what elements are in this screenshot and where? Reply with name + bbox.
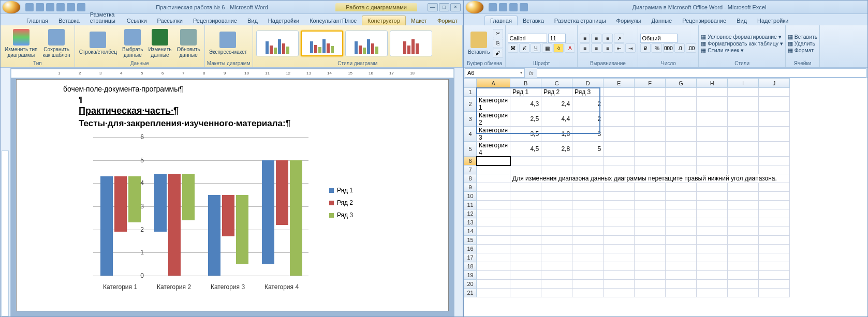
cell[interactable] [541, 209, 572, 218]
cell[interactable] [666, 289, 697, 297]
select-data-button[interactable]: Выбрать данные [120, 28, 145, 59]
cell[interactable] [697, 97, 728, 112]
cell[interactable] [697, 142, 728, 157]
cell[interactable] [477, 289, 510, 297]
cell[interactable] [759, 112, 790, 127]
cell[interactable] [510, 236, 541, 245]
cell[interactable] [477, 280, 510, 289]
font-size-combo[interactable]: 11 [548, 34, 566, 43]
qat-new-icon[interactable] [56, 3, 65, 11]
tab-insert[interactable]: Вставка [53, 16, 85, 25]
cell[interactable] [759, 209, 790, 218]
cell[interactable] [604, 97, 635, 112]
cell[interactable]: Ряд 1 [510, 88, 541, 97]
cell[interactable] [477, 201, 510, 209]
row-header[interactable]: 15 [464, 236, 477, 245]
tab-addins[interactable]: Надстройки [752, 16, 793, 25]
cell[interactable] [541, 245, 572, 253]
cell[interactable] [604, 218, 635, 227]
cell[interactable] [477, 271, 510, 280]
currency-icon[interactable]: ₽ [640, 43, 651, 53]
vertical-scrollbar[interactable] [454, 68, 463, 316]
row-header[interactable]: 9 [464, 183, 477, 192]
cell[interactable] [728, 142, 759, 157]
cell[interactable] [697, 253, 728, 262]
cell[interactable] [510, 262, 541, 271]
cell[interactable] [572, 289, 604, 297]
tab-design[interactable]: Конструктор [362, 16, 406, 25]
tab-insert[interactable]: Вставка [518, 16, 549, 25]
cell[interactable] [604, 88, 635, 97]
row-header[interactable]: 18 [464, 262, 477, 271]
cell[interactable]: Ряд 3 [572, 88, 604, 97]
cell[interactable] [604, 192, 635, 201]
cell[interactable]: 5 [572, 142, 604, 157]
cell[interactable] [477, 253, 510, 262]
cell[interactable] [728, 289, 759, 297]
cell[interactable] [666, 245, 697, 253]
cell[interactable] [666, 165, 697, 174]
align-right-icon[interactable]: ≡ [602, 43, 613, 53]
qat-redo-icon[interactable] [509, 3, 518, 11]
cell[interactable] [510, 183, 541, 192]
cell[interactable]: 2 [572, 97, 604, 112]
cell[interactable] [666, 201, 697, 209]
cell[interactable]: 1,8 [541, 127, 572, 142]
cell[interactable] [728, 192, 759, 201]
col-header[interactable]: E [604, 79, 635, 88]
tab-consultant[interactable]: КонсультантПлюс [304, 16, 362, 25]
row-header[interactable]: 6 [464, 157, 477, 165]
row-header[interactable]: 12 [464, 209, 477, 218]
row-header[interactable]: 10 [464, 192, 477, 201]
cell[interactable] [604, 253, 635, 262]
cell[interactable] [728, 97, 759, 112]
bold-button[interactable]: Ж [508, 43, 518, 53]
chart-style-1[interactable] [256, 31, 299, 56]
cell[interactable] [477, 174, 510, 183]
cell[interactable] [604, 271, 635, 280]
cell[interactable] [697, 271, 728, 280]
tab-chart-layout[interactable]: Макет [406, 16, 432, 25]
cell[interactable] [510, 227, 541, 236]
cell[interactable] [541, 218, 572, 227]
cell[interactable] [572, 262, 604, 271]
name-box[interactable]: A6 [465, 68, 525, 78]
cell[interactable] [728, 183, 759, 192]
cell[interactable] [759, 142, 790, 157]
percent-icon[interactable]: % [652, 43, 662, 53]
chart-style-4[interactable] [390, 31, 432, 56]
cell[interactable] [697, 127, 728, 142]
cell[interactable] [697, 209, 728, 218]
cell[interactable] [697, 280, 728, 289]
fill-color-icon[interactable]: ◊ [553, 43, 564, 53]
row-header[interactable]: 4 [464, 127, 477, 142]
col-header[interactable]: J [759, 79, 790, 88]
increase-decimal-icon[interactable]: .0 [674, 43, 685, 53]
cell[interactable] [666, 227, 697, 236]
cell[interactable] [666, 97, 697, 112]
tab-review[interactable]: Рецензирование [677, 16, 731, 25]
cell[interactable] [541, 192, 572, 201]
fx-icon[interactable]: fx [526, 70, 537, 76]
cell[interactable] [635, 142, 666, 157]
cell[interactable] [604, 289, 635, 297]
copy-icon[interactable]: ⎘ [493, 39, 503, 48]
cell[interactable] [635, 262, 666, 271]
cell[interactable] [572, 218, 604, 227]
cell[interactable] [604, 183, 635, 192]
cell[interactable] [697, 183, 728, 192]
tab-layout[interactable]: Разметка страницы [85, 10, 122, 25]
cell[interactable] [635, 201, 666, 209]
cell[interactable] [759, 236, 790, 245]
cell[interactable] [541, 289, 572, 297]
cell[interactable] [635, 218, 666, 227]
cell[interactable] [572, 280, 604, 289]
cell[interactable] [635, 183, 666, 192]
cell[interactable] [697, 218, 728, 227]
col-header[interactable]: F [635, 79, 666, 88]
cell[interactable] [604, 227, 635, 236]
tab-view[interactable]: Вид [731, 16, 752, 25]
row-header[interactable]: 11 [464, 201, 477, 209]
switch-row-col-button[interactable]: Строка/столбец [77, 31, 119, 56]
cell[interactable] [477, 262, 510, 271]
